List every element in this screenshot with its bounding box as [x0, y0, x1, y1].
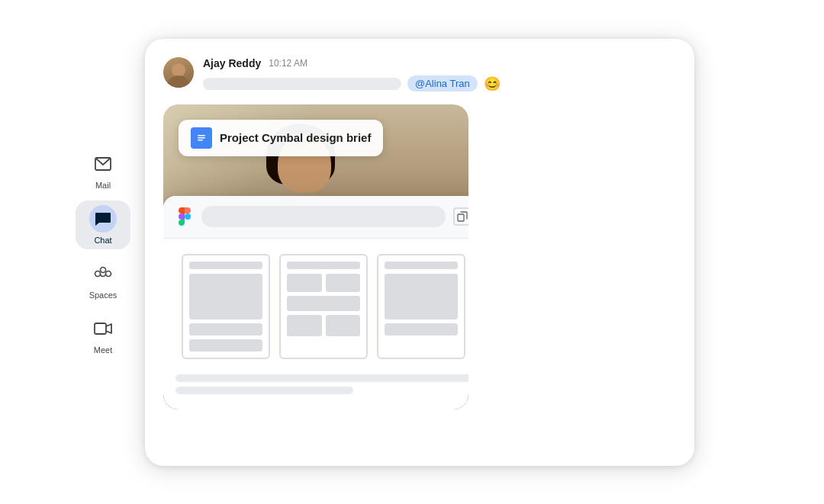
- wf-content-2: [287, 274, 360, 336]
- avatar: [163, 57, 194, 88]
- sidebar-mail-label: Mail: [95, 181, 111, 190]
- wireframe-1: [182, 254, 270, 359]
- sidebar-chat-label: Chat: [94, 236, 111, 245]
- wf-block: [287, 315, 322, 336]
- wireframe-3: [377, 254, 465, 359]
- wf-block: [385, 274, 458, 319]
- message-time: 10:12 AM: [269, 58, 307, 69]
- svg-rect-8: [198, 140, 203, 141]
- meet-icon: [89, 315, 117, 342]
- svg-point-3: [106, 271, 111, 276]
- sidebar: Mail Chat Spaces: [69, 24, 137, 481]
- svg-rect-6: [198, 135, 205, 136]
- wf-block: [385, 323, 458, 335]
- figma-logo-icon: [175, 207, 194, 226]
- wf-block: [326, 315, 361, 336]
- figma-card-body: [163, 239, 468, 374]
- emoji: 😊: [484, 75, 501, 92]
- message-text-bar: [203, 78, 401, 90]
- spaces-icon: [89, 260, 117, 287]
- wf-row: [287, 274, 360, 292]
- wf-block: [287, 296, 360, 311]
- sidebar-meet-label: Meet: [94, 345, 112, 355]
- copy-icon[interactable]: [453, 207, 468, 226]
- sidebar-item-spaces[interactable]: Spaces: [76, 255, 130, 304]
- sender-name: Ajay Reddy: [203, 57, 261, 69]
- chat-card: Ajay Reddy 10:12 AM @Alina Tran 😊: [145, 39, 694, 466]
- doc-card: Project Cymbal design brief: [179, 120, 383, 156]
- scene: Mail Chat Spaces: [69, 24, 755, 481]
- doc-title: Project Cymbal design brief: [220, 131, 371, 144]
- docs-icon: [191, 127, 212, 149]
- figma-card: Project Cymbal wireframes: [163, 196, 468, 409]
- wf-block: [189, 339, 262, 352]
- message-bubble-row: @Alina Tran 😊: [203, 75, 676, 92]
- wf-content-1: [189, 274, 262, 352]
- message-meta: Ajay Reddy 10:12 AM @Alina Tran 😊: [203, 57, 676, 92]
- wf-content-3: [385, 274, 458, 335]
- sidebar-item-chat[interactable]: Chat: [76, 201, 130, 249]
- sender-row: Ajay Reddy 10:12 AM: [203, 57, 676, 69]
- sidebar-item-mail[interactable]: Mail: [76, 146, 130, 194]
- svg-rect-9: [458, 214, 464, 221]
- svg-rect-7: [198, 137, 205, 139]
- figma-url-bar: [201, 206, 446, 227]
- figma-card-header: [163, 196, 468, 239]
- chat-icon: [89, 205, 117, 233]
- wf-header-2: [287, 262, 360, 269]
- figma-card-footer: [163, 374, 468, 406]
- wf-block: [326, 274, 361, 292]
- svg-point-2: [101, 267, 106, 272]
- wf-header-3: [385, 262, 458, 269]
- message-header: Ajay Reddy 10:12 AM @Alina Tran 😊: [145, 39, 694, 104]
- footer-line-2: [175, 387, 353, 394]
- wf-header-1: [189, 262, 262, 269]
- mention-tag: @Alina Tran: [407, 75, 478, 91]
- wireframe-group: [182, 254, 465, 359]
- wf-row: [287, 315, 360, 336]
- sidebar-spaces-label: Spaces: [89, 291, 117, 300]
- wf-block: [189, 274, 262, 319]
- mail-icon: [89, 150, 117, 178]
- wf-block: [287, 274, 322, 292]
- photo-container: Project Cymbal design brief: [163, 104, 468, 409]
- svg-point-1: [95, 271, 101, 276]
- wireframe-2: [279, 254, 368, 359]
- wf-block: [189, 323, 262, 335]
- footer-line-1: [175, 374, 468, 382]
- svg-rect-4: [95, 323, 106, 334]
- sidebar-item-meet[interactable]: Meet: [76, 310, 130, 359]
